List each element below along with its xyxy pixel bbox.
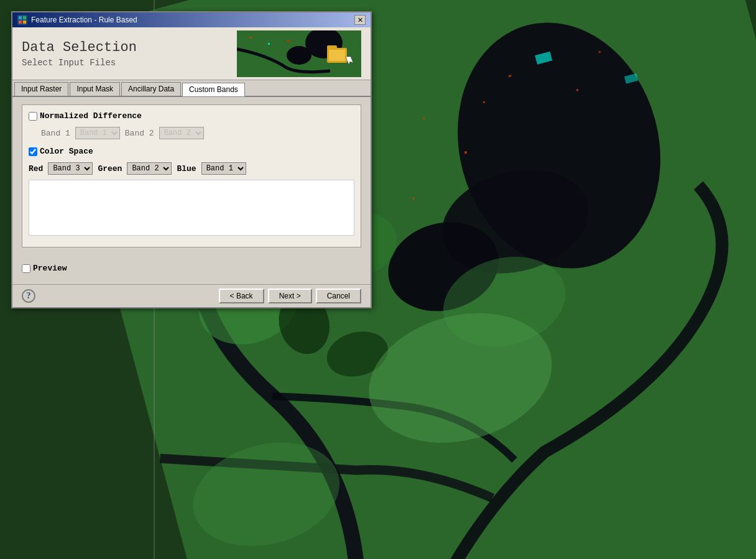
band1-select[interactable]: Band 1 Band 2 Band 3 (75, 127, 120, 139)
svg-rect-46 (327, 45, 337, 49)
svg-rect-35 (19, 16, 22, 19)
red-select[interactable]: Band 1 Band 2 Band 3 (48, 162, 93, 175)
normalized-difference-checkbox[interactable] (29, 112, 37, 121)
band2-label: Band 2 (125, 129, 154, 138)
normalized-difference-row: Normalized Difference (29, 111, 354, 121)
svg-rect-42 (249, 37, 252, 39)
header-image (237, 30, 361, 77)
red-label: Red (29, 164, 43, 173)
header-text-block: Data Selection Select Input Files (22, 40, 137, 68)
bottom-area: Preview (12, 260, 371, 284)
navigation-buttons: < Back Next > Cancel (219, 289, 361, 303)
svg-rect-37 (19, 21, 22, 24)
dialog-title: Feature Extraction - Rule Based (31, 16, 137, 24)
svg-rect-43 (268, 43, 270, 45)
svg-point-41 (287, 46, 311, 65)
tab-ancillary-data[interactable]: Ancillary Data (121, 82, 181, 96)
svg-rect-47 (329, 50, 345, 61)
blue-select[interactable]: Band 1 Band 2 Band 3 (201, 162, 246, 175)
svg-rect-36 (23, 16, 26, 19)
green-label: Green (98, 164, 122, 173)
rgb-selection-row: Red Band 1 Band 2 Band 3 Green Band 1 Ba… (29, 162, 354, 175)
preview-row: Preview (22, 264, 361, 273)
color-space-checkbox[interactable] (29, 147, 37, 156)
blue-label: Blue (177, 164, 196, 173)
color-space-label[interactable]: Color Space (29, 147, 93, 156)
tab-custom-bands[interactable]: Custom Bands (182, 83, 245, 96)
app-icon (17, 15, 27, 25)
next-button[interactable]: Next > (268, 289, 312, 303)
title-bar-left: Feature Extraction - Rule Based (17, 15, 137, 25)
title-bar: Feature Extraction - Rule Based ✕ (12, 12, 371, 27)
svg-rect-44 (287, 40, 290, 42)
tab-input-raster[interactable]: Input Raster (14, 82, 68, 96)
header-banner: Data Selection Select Input Files (12, 27, 371, 80)
empty-panel (29, 180, 354, 236)
band-selection-row: Band 1 Band 1 Band 2 Band 3 Band 2 Band … (29, 127, 354, 139)
inner-panel: Normalized Difference Band 1 Band 1 Band… (22, 104, 361, 247)
color-space-text: Color Space (40, 147, 93, 156)
tab-input-mask[interactable]: Input Mask (70, 82, 120, 96)
content-area: Normalized Difference Band 1 Band 1 Band… (12, 97, 371, 260)
preview-checkbox[interactable] (22, 264, 30, 273)
normalized-difference-label[interactable]: Normalized Difference (29, 111, 142, 121)
band2-select[interactable]: Band 1 Band 2 Band 3 (159, 127, 204, 139)
header-subtitle: Select Input Files (22, 58, 137, 68)
buttons-bar: ? < Back Next > Cancel (12, 284, 371, 307)
preview-text: Preview (33, 264, 67, 273)
svg-rect-38 (23, 21, 26, 24)
band1-label: Band 1 (41, 129, 70, 138)
green-select[interactable]: Band 1 Band 2 Band 3 (127, 162, 172, 175)
color-space-row: Color Space (29, 147, 354, 156)
header-title: Data Selection (22, 40, 137, 55)
preview-label[interactable]: Preview (22, 264, 67, 273)
normalized-difference-text: Normalized Difference (40, 111, 142, 121)
dialog-window: Feature Extraction - Rule Based ✕ Data S… (11, 11, 372, 308)
cancel-button[interactable]: Cancel (316, 289, 361, 303)
tabs-bar: Input Raster Input Mask Ancillary Data C… (12, 80, 371, 97)
close-button[interactable]: ✕ (354, 15, 366, 25)
help-button[interactable]: ? (22, 289, 35, 303)
back-button[interactable]: < Back (219, 289, 264, 303)
